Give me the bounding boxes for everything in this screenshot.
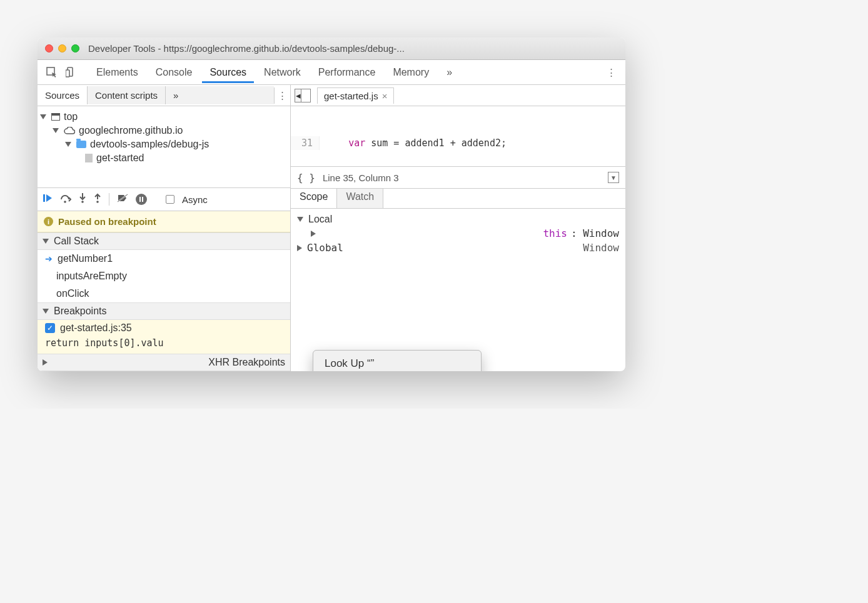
close-window-button[interactable] bbox=[45, 44, 53, 52]
more-menu-icon[interactable]: ⋮ bbox=[603, 64, 619, 81]
tab-elements[interactable]: Elements bbox=[89, 62, 146, 83]
file-tree: top googlechrome.github.io devtools-samp… bbox=[38, 106, 290, 187]
file-icon bbox=[85, 154, 93, 162]
svg-point-5 bbox=[81, 201, 84, 203]
tab-sources[interactable]: Sources bbox=[202, 62, 254, 83]
stack-frame[interactable]: inputsAreEmpty bbox=[38, 267, 290, 285]
context-menu: Look Up “” Restart Frame Copy Stack Trac… bbox=[313, 350, 482, 371]
sources-more-icon[interactable]: ⋮ bbox=[274, 87, 290, 104]
expand-icon bbox=[53, 128, 59, 133]
breakpoint-codeline: return inputs[0].valu bbox=[38, 336, 290, 354]
deactivate-breakpoints-button[interactable] bbox=[117, 193, 128, 206]
expand-icon bbox=[40, 114, 46, 119]
stack-frame-label: inputsAreEmpty bbox=[56, 271, 127, 282]
code-editor[interactable]: 31 var sum = addend1 + addend2; 32 label… bbox=[291, 106, 625, 166]
code-text: sum = addend1 + addend2; bbox=[365, 137, 507, 149]
tabs-overflow-button[interactable]: » bbox=[439, 62, 460, 83]
expand-icon bbox=[43, 359, 203, 366]
devtools-window: Developer Tools - https://googlechrome.g… bbox=[38, 37, 625, 371]
expand-icon bbox=[297, 245, 302, 251]
breakpoint-label: get-started.js:35 bbox=[60, 322, 132, 334]
scope-this[interactable]: this: Window bbox=[297, 226, 619, 241]
window-traffic-lights bbox=[45, 44, 79, 52]
svg-rect-9 bbox=[139, 197, 141, 202]
inspect-element-icon[interactable] bbox=[44, 64, 60, 81]
window-icon bbox=[51, 113, 60, 121]
menu-lookup[interactable]: Look Up “” bbox=[313, 354, 481, 371]
subtabs-overflow-button[interactable]: » bbox=[166, 86, 274, 104]
tab-memory[interactable]: Memory bbox=[385, 62, 437, 83]
tree-top[interactable]: top bbox=[40, 110, 288, 124]
tab-watch[interactable]: Watch bbox=[337, 189, 383, 208]
svg-point-6 bbox=[96, 201, 99, 203]
svg-rect-10 bbox=[142, 197, 143, 202]
expand-icon bbox=[297, 217, 303, 222]
paused-banner: i Paused on breakpoint bbox=[38, 211, 290, 232]
call-stack-header[interactable]: Call Stack bbox=[38, 232, 290, 250]
async-checkbox[interactable] bbox=[166, 195, 174, 204]
editor-dropdown-icon[interactable]: ▼ bbox=[608, 172, 619, 183]
svg-rect-2 bbox=[66, 70, 69, 77]
scope-global-value: Window bbox=[583, 242, 619, 254]
info-icon: i bbox=[44, 217, 53, 226]
stack-frame-label: onClick bbox=[56, 288, 89, 299]
breakpoint-item[interactable]: ✓ get-started.js:35 bbox=[38, 320, 290, 336]
stack-frame-label: getNumber1 bbox=[58, 253, 113, 264]
breakpoint-checkbox[interactable]: ✓ bbox=[45, 323, 55, 333]
stack-frame-current[interactable]: ➔ getNumber1 bbox=[38, 250, 290, 267]
pretty-print-icon[interactable]: { } bbox=[297, 172, 315, 184]
scope-local[interactable]: Local bbox=[297, 212, 619, 226]
pause-on-exceptions-button[interactable] bbox=[136, 194, 147, 205]
xhr-breakpoints-header[interactable]: XHR Breakpoints bbox=[38, 354, 290, 371]
subtab-sources[interactable]: Sources bbox=[38, 86, 88, 104]
scope-tabs: Scope Watch bbox=[291, 189, 625, 209]
tree-domain[interactable]: googlechrome.github.io bbox=[40, 124, 288, 137]
minimize-window-button[interactable] bbox=[58, 44, 66, 52]
maximize-window-button[interactable] bbox=[71, 44, 79, 52]
step-into-button[interactable] bbox=[79, 193, 86, 206]
breakpoints-header[interactable]: Breakpoints bbox=[38, 302, 290, 320]
tree-folder[interactable]: devtools-samples/debug-js bbox=[40, 137, 288, 151]
expand-icon bbox=[65, 142, 71, 147]
subtab-content-scripts[interactable]: Content scripts bbox=[88, 86, 166, 104]
titlebar: Developer Tools - https://googlechrome.g… bbox=[38, 37, 625, 60]
scope-tree: Local this: Window Global Window bbox=[291, 209, 625, 259]
expand-icon bbox=[43, 239, 49, 244]
stack-frame[interactable]: onClick bbox=[38, 285, 290, 302]
call-stack-label: Call Stack bbox=[54, 236, 99, 247]
editor-file-tab-label: get-started.js bbox=[324, 91, 378, 101]
scope-this-label: this bbox=[543, 227, 567, 239]
close-tab-icon[interactable]: × bbox=[382, 91, 388, 101]
resume-button[interactable] bbox=[43, 193, 53, 206]
sources-subtabs: Sources Content scripts » ⋮ bbox=[38, 85, 290, 106]
tab-performance[interactable]: Performance bbox=[311, 62, 383, 83]
cursor-position: Line 35, Column 3 bbox=[323, 172, 399, 183]
breakpoints-label: Breakpoints bbox=[54, 306, 107, 317]
step-out-button[interactable] bbox=[94, 193, 101, 206]
scope-global-label: Global bbox=[307, 242, 343, 254]
tree-file-label: get-started bbox=[96, 152, 144, 164]
step-over-button[interactable] bbox=[60, 193, 71, 206]
tab-network[interactable]: Network bbox=[256, 62, 308, 83]
toggle-device-icon[interactable] bbox=[63, 64, 79, 81]
svg-point-4 bbox=[64, 201, 66, 203]
expand-icon bbox=[43, 309, 49, 314]
line-number[interactable]: 31 bbox=[291, 136, 320, 150]
current-frame-arrow-icon: ➔ bbox=[45, 254, 53, 264]
toggle-navigator-icon[interactable]: ◂ bbox=[295, 89, 311, 102]
expand-icon bbox=[311, 231, 538, 237]
window-title: Developer Tools - https://googlechrome.g… bbox=[88, 43, 618, 54]
scope-local-label: Local bbox=[308, 214, 332, 225]
main-tabs: Elements Console Sources Network Perform… bbox=[38, 60, 625, 85]
tree-domain-label: googlechrome.github.io bbox=[79, 125, 183, 136]
scope-global[interactable]: Global Window bbox=[297, 241, 619, 255]
tab-console[interactable]: Console bbox=[148, 62, 200, 83]
cloud-icon bbox=[64, 127, 75, 134]
editor-file-tab[interactable]: get-started.js × bbox=[317, 87, 394, 104]
svg-rect-3 bbox=[43, 194, 45, 202]
async-label: Async bbox=[182, 194, 208, 205]
editor-tabs: ◂ get-started.js × bbox=[291, 85, 625, 106]
tree-file[interactable]: get-started bbox=[40, 151, 288, 165]
tab-scope[interactable]: Scope bbox=[291, 189, 337, 208]
folder-icon bbox=[76, 141, 86, 148]
